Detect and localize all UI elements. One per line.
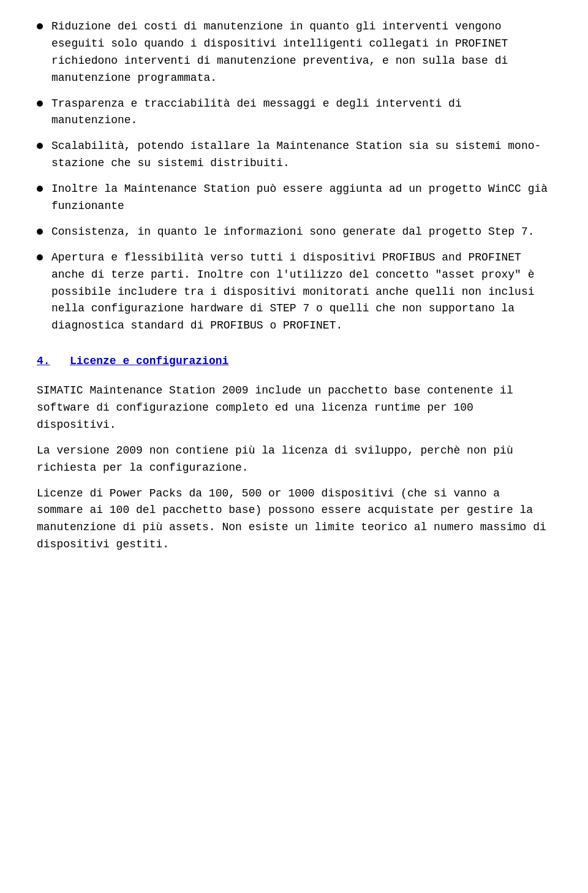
bullet-icon [37,101,43,107]
section-4-header: 4. Licenze e configurazioni [37,353,551,370]
section4-paragraph3: Licenze di Power Packs da 100, 500 or 10… [37,485,551,554]
bullet-text: Consistenza, in quanto le informazioni s… [51,224,551,241]
bullet-text: Riduzione dei costi di manutenzione in q… [51,18,551,87]
list-item: Scalabilità, potendo istallare la Mainte… [37,138,551,172]
list-item: Trasparenza e tracciabilità dei messaggi… [37,96,551,130]
bullet-text: Scalabilità, potendo istallare la Mainte… [51,138,551,172]
list-item: Riduzione dei costi di manutenzione in q… [37,18,551,87]
bullet-text: Trasparenza e tracciabilità dei messaggi… [51,96,551,130]
bullet-icon [37,229,43,235]
bullet-icon [37,23,43,29]
list-item: Apertura e flessibilità verso tutti i di… [37,249,551,335]
section-number: 4. [37,355,50,367]
bullet-text: Apertura e flessibilità verso tutti i di… [51,249,551,335]
bullet-icon [37,143,43,149]
main-bullet-list: Riduzione dei costi di manutenzione in q… [37,18,551,335]
section-title: Licenze e configurazioni [70,355,228,367]
section4-paragraph2: La versione 2009 non contiene più la lic… [37,443,551,477]
section4-paragraph1: SIMATIC Maintenance Station 2009 include… [37,382,551,434]
list-item: Consistenza, in quanto le informazioni s… [37,224,551,241]
bullet-text: Inoltre la Maintenance Station può esser… [51,181,551,215]
bullet-icon [37,254,43,260]
list-item: Inoltre la Maintenance Station può esser… [37,181,551,215]
bullet-icon [37,186,43,192]
